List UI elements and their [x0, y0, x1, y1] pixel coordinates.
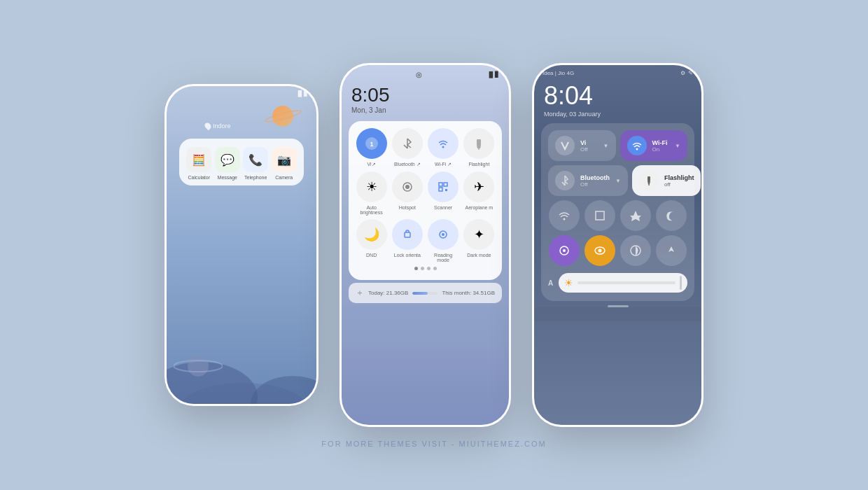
svg-marker-9	[477, 146, 481, 148]
app-message[interactable]: 💬 Message	[215, 147, 240, 180]
bluetooth-chevron: ▼	[615, 178, 621, 184]
wifi-tile-title: Wi-Fi	[652, 139, 670, 146]
svg-point-27	[563, 249, 566, 252]
vi-tile-icon	[555, 136, 575, 155]
svg-point-19	[442, 233, 444, 236]
scanner-icon	[428, 172, 458, 202]
qs-location-btn[interactable]	[656, 235, 687, 266]
qs-expand-btn[interactable]	[584, 200, 615, 231]
phone-1: ▐▌▊ Indore 🧮 Calculator	[164, 84, 318, 406]
svg-rect-21	[648, 176, 650, 181]
flashlight-tile-icon	[639, 171, 659, 190]
phone2-screen: ◎ ▐▌▊ 8:05 Mon, 3 Jan 1 Vi↗	[342, 65, 509, 425]
ctrl-lock-orient[interactable]: Lock orienta	[391, 219, 423, 262]
apps-row: 🧮 Calculator 💬 Message 📞 Telephone 📷 Cam…	[185, 147, 298, 180]
bluetooth-tile-text: Bluetooth Off	[580, 174, 610, 188]
ctrl-hotspot[interactable]: Hotspot	[391, 172, 423, 215]
qs-tile-flashlight[interactable]: Flashlight off	[632, 165, 701, 196]
ctrl-vi[interactable]: 1 Vi↗	[356, 128, 387, 167]
bluetooth-icon	[392, 128, 423, 159]
brightness-slider[interactable]: ☀	[559, 273, 687, 293]
phone1-screen: ▐▌▊ Indore 🧮 Calculator	[167, 86, 316, 404]
ctrl-reading[interactable]: Reading mode	[428, 219, 459, 262]
svg-point-20	[636, 148, 638, 150]
qs-tile-bluetooth[interactable]: Bluetooth Off ▼	[548, 165, 628, 196]
ctrl-auto-brightness[interactable]: ☀ Auto brightness	[356, 172, 387, 215]
vi-tile-title: Vi	[580, 139, 598, 146]
qs-airplane-btn[interactable]	[620, 200, 651, 231]
lock-orient-icon	[392, 219, 423, 250]
flashlight-label: Flashlight	[468, 162, 489, 167]
wifi-tile-text: Wi-Fi On	[652, 139, 670, 153]
wifi-icon	[428, 128, 458, 159]
brightness-label: Auto brightness	[356, 205, 387, 215]
ctrl-scanner[interactable]: Scanner	[428, 172, 459, 215]
svg-rect-14	[444, 183, 447, 186]
svg-text:1: 1	[370, 141, 373, 148]
wifi-tile-sub: On	[652, 146, 670, 153]
airplane-label: Aeroplane m	[465, 205, 493, 210]
bluetooth-tile-sub: Off	[580, 181, 610, 188]
app-camera[interactable]: 📷 Camera	[272, 147, 297, 180]
dnd-label: DND	[366, 253, 377, 258]
phone2-nav-icon: ◎	[416, 71, 422, 78]
ctrl-dnd[interactable]: 🌙 DND	[356, 219, 387, 262]
lock-orient-label: Lock orienta	[394, 253, 421, 258]
flashlight-tile-title: Flashlight	[664, 174, 694, 181]
qs-tile-wifi[interactable]: Wi-Fi On ▼	[620, 130, 688, 161]
ctrl-bluetooth[interactable]: Bluetooth ↗	[391, 128, 423, 167]
svg-rect-8	[477, 139, 481, 146]
svg-point-24	[563, 218, 565, 220]
status-icons-right: ⚙ ✎	[680, 70, 693, 76]
watermark-text: FOR MORE THEMES VISIT - MIUITHEMEZ.COM	[321, 440, 546, 448]
data-month: This month: 34.51GB	[442, 290, 495, 296]
ctrl-airplane[interactable]: ✈ Aeroplane m	[463, 172, 495, 215]
svg-point-11	[405, 185, 410, 189]
qs-icon-row1	[548, 200, 687, 231]
plus-icon: ＋	[356, 287, 364, 299]
hotspot-label: Hotspot	[399, 205, 416, 210]
flashlight-tile-sub: off	[664, 181, 694, 188]
page-dots	[356, 262, 495, 273]
ctrl-flashlight[interactable]: Flashlight	[463, 128, 495, 167]
phone2-time-display: 8:05	[342, 81, 509, 106]
phone-2: ◎ ▐▌▊ 8:05 Mon, 3 Jan 1 Vi↗	[340, 63, 511, 427]
qs-eye-btn[interactable]	[584, 235, 615, 266]
data-progress-fill	[412, 292, 428, 295]
brightness-track	[578, 281, 676, 284]
apps-widget: 🧮 Calculator 💬 Message 📞 Telephone 📷 Cam…	[179, 139, 304, 186]
dot-3	[427, 267, 430, 270]
slider-handle	[680, 276, 682, 290]
brightness-sun-icon: ☀	[564, 277, 573, 288]
data-usage-row: ＋ Today: 21.36GB This month: 34.51GB	[349, 283, 502, 303]
svg-point-3	[188, 356, 209, 377]
bottom-planet	[174, 352, 223, 383]
phone3-date-row: Monday, 03 January	[534, 111, 701, 123]
app-telephone[interactable]: 📞 Telephone	[243, 147, 268, 180]
wifi-tile-icon	[627, 136, 647, 155]
phone2-date-display: Mon, 3 Jan	[342, 106, 509, 118]
phone3-date-text: Monday, 03 January	[544, 111, 601, 118]
svg-marker-31	[668, 246, 674, 252]
airplane-icon: ✈	[463, 172, 494, 202]
qs-panel: Vi Off ▼ Wi-Fi On ▼	[541, 123, 694, 301]
phone1-statusbar: ▐▌▊	[167, 86, 316, 98]
svg-rect-17	[405, 232, 410, 237]
location-label: Indore	[205, 122, 231, 130]
settings-icon: ⚙	[680, 70, 685, 76]
dark-mode-label: Dark mode	[467, 253, 491, 258]
qs-moon-btn[interactable]	[656, 200, 687, 231]
svg-point-29	[598, 249, 601, 253]
telephone-label: Telephone	[244, 175, 267, 180]
calculator-label: Calculator	[188, 175, 210, 180]
app-calculator[interactable]: 🧮 Calculator	[186, 147, 211, 180]
qs-tile-vi[interactable]: Vi Off ▼	[548, 130, 616, 161]
qs-lock-btn[interactable]	[549, 235, 580, 266]
control-panel: 1 Vi↗ Bluetooth ↗	[349, 121, 502, 280]
planet-decoration	[264, 106, 302, 127]
qs-wifi-btn[interactable]	[549, 200, 580, 231]
qs-contrast-btn[interactable]	[620, 235, 651, 266]
camera-label: Camera	[275, 175, 293, 180]
ctrl-wifi[interactable]: Wi-Fi ↗	[428, 128, 459, 167]
ctrl-dark-mode[interactable]: ✦ Dark mode	[463, 219, 495, 262]
